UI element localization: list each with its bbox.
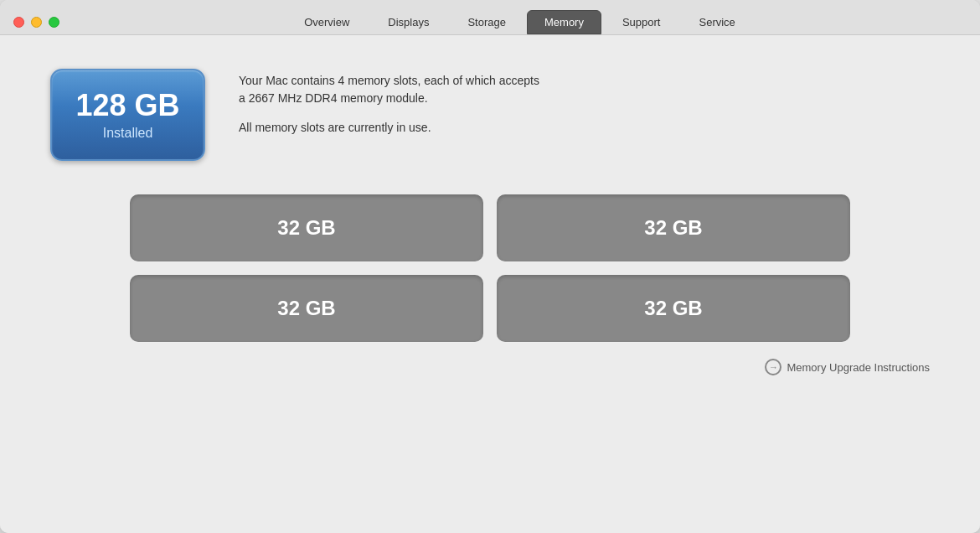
description-line1: Your Mac contains 4 memory slots, each o… <box>239 72 539 107</box>
description-text: Your Mac contains 4 memory slots, each o… <box>239 69 539 137</box>
slot-3-label: 32 GB <box>277 297 335 320</box>
tab-storage[interactable]: Storage <box>450 10 524 34</box>
tab-memory[interactable]: Memory <box>527 10 601 34</box>
top-section: 128 GB Installed Your Mac contains 4 mem… <box>50 69 930 161</box>
memory-slot-3: 32 GB <box>130 275 483 342</box>
footer: Memory Upgrade Instructions <box>50 342 930 375</box>
upgrade-link-label: Memory Upgrade Instructions <box>787 361 930 374</box>
close-button[interactable] <box>13 17 24 28</box>
upgrade-arrow-icon <box>765 359 781 375</box>
memory-slot-2: 32 GB <box>497 194 850 261</box>
about-this-mac-window: Overview Displays Storage Memory Support… <box>0 0 980 533</box>
memory-size: 128 GB <box>75 89 179 122</box>
memory-slots-grid: 32 GB 32 GB 32 GB 32 GB <box>130 194 850 342</box>
slot-4-label: 32 GB <box>644 297 702 320</box>
memory-badge: 128 GB Installed <box>50 69 205 161</box>
tab-service[interactable]: Service <box>682 10 753 34</box>
description-line3: All memory slots are currently in use. <box>239 119 539 137</box>
traffic-lights <box>13 17 59 28</box>
memory-slot-4: 32 GB <box>497 275 850 342</box>
tab-displays[interactable]: Displays <box>370 10 446 34</box>
maximize-button[interactable] <box>49 17 59 28</box>
memory-slot-1: 32 GB <box>130 194 483 261</box>
main-content: 128 GB Installed Your Mac contains 4 mem… <box>0 35 980 533</box>
memory-installed-label: Installed <box>103 126 153 141</box>
tab-bar: Overview Displays Storage Memory Support… <box>73 10 967 34</box>
memory-upgrade-link[interactable]: Memory Upgrade Instructions <box>765 359 930 375</box>
minimize-button[interactable] <box>31 17 42 28</box>
slot-1-label: 32 GB <box>277 216 335 240</box>
slot-2-label: 32 GB <box>644 216 702 240</box>
tab-support[interactable]: Support <box>605 10 678 34</box>
tab-overview[interactable]: Overview <box>286 10 367 34</box>
titlebar: Overview Displays Storage Memory Support… <box>0 0 980 34</box>
